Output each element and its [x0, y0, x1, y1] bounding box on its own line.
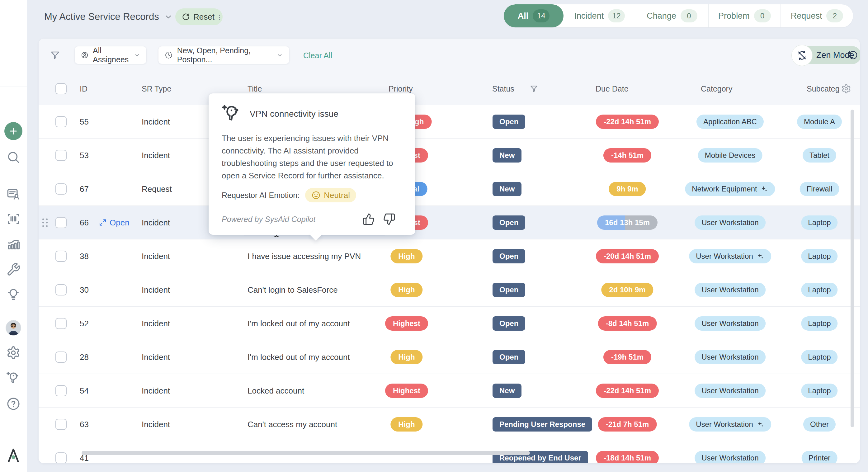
- cell-sr-type: Incident: [142, 117, 170, 126]
- cell-status: Pending User Response: [493, 417, 592, 432]
- tooltip-title: VPN connectivity issue: [250, 109, 338, 119]
- copilot-parrot-icon[interactable]: [6, 371, 21, 385]
- cell-title: Can't access my account: [248, 419, 337, 429]
- subcategory-badge: Tablet: [803, 148, 836, 162]
- table-body: 55IncidentVery HighOpen-22d 14h 51mAppli…: [39, 105, 860, 463]
- search-icon[interactable]: [6, 150, 21, 164]
- row-checkbox[interactable]: [55, 251, 67, 262]
- status-badge: Open: [493, 350, 525, 364]
- column-header-due-date[interactable]: Due Date: [596, 84, 628, 93]
- table-row-67[interactable]: 67RequestNormalNew9h 9mNetwork Equipment…: [39, 172, 860, 206]
- open-record-link[interactable]: Open: [99, 218, 129, 227]
- status-badge: Open: [493, 249, 525, 263]
- refresh-icon: [182, 12, 190, 21]
- user-avatar[interactable]: [6, 320, 21, 336]
- cell-subcategory: Laptop: [801, 350, 837, 364]
- column-header-subcategory[interactable]: Subcategory: [807, 84, 839, 93]
- subcategory-badge: Laptop: [801, 350, 837, 364]
- cell-status: New: [493, 148, 522, 162]
- table-row-66[interactable]: 66IncidentOpenVPN connectivity issueHigh…: [39, 206, 860, 240]
- tab-label: All: [518, 11, 529, 21]
- table-row-53[interactable]: 53IncidentHighestNew-14h 51mMobile Devic…: [39, 138, 860, 172]
- row-checkbox[interactable]: [55, 351, 67, 363]
- column-header-status[interactable]: Status: [492, 84, 514, 93]
- category-badge: User Workstation: [694, 216, 766, 230]
- service-records-icon[interactable]: [6, 187, 21, 201]
- horizontal-scrollbar[interactable]: [82, 451, 530, 455]
- settings-gear-icon[interactable]: [6, 346, 21, 360]
- sync-off-icon: [796, 50, 808, 61]
- cell-status: Open: [493, 316, 525, 331]
- row-checkbox[interactable]: [55, 318, 67, 329]
- table-settings-gear-icon[interactable]: [841, 84, 851, 94]
- row-checkbox[interactable]: [55, 419, 67, 430]
- status-column-filter-icon[interactable]: [529, 84, 538, 93]
- tools-icon[interactable]: [6, 262, 21, 277]
- cell-subcategory: Firewall: [800, 182, 839, 196]
- clear-all-link[interactable]: Clear All: [303, 51, 332, 60]
- more-options-icon[interactable]: [216, 11, 223, 24]
- rotate-ccw-icon[interactable]: [848, 50, 858, 60]
- category-badge: Network Equipment: [685, 182, 775, 196]
- table-row-30[interactable]: 30IncidentCan't login to SalesForceHighO…: [39, 273, 860, 307]
- cell-category: User Workstation: [694, 216, 766, 230]
- thumbs-up-icon[interactable]: [362, 213, 375, 225]
- ideas-lightbulb-icon[interactable]: [6, 287, 21, 302]
- status-badge: New: [493, 148, 522, 162]
- new-record-button[interactable]: [4, 122, 23, 140]
- row-checkbox[interactable]: [55, 452, 67, 464]
- priority-badge: Highest: [385, 316, 428, 331]
- sysaid-logo[interactable]: [5, 447, 22, 463]
- due-date-badge: 9h 9m: [609, 182, 646, 196]
- page-title[interactable]: My Active Service Records: [44, 11, 173, 23]
- cell-category: Network Equipment: [685, 182, 775, 196]
- reset-button[interactable]: Reset: [175, 8, 223, 25]
- row-checkbox[interactable]: [55, 116, 67, 127]
- due-date-badge: -21d 7h 51m: [598, 417, 657, 432]
- priority-badge: Highest: [385, 384, 428, 398]
- cell-due-date: -8d 14h 51m: [598, 316, 657, 331]
- status-filter-dropdown[interactable]: New, Open, Pending, Postpon...: [158, 46, 289, 64]
- table-row-54[interactable]: 54IncidentLocked accountHighestNew-22d 1…: [39, 374, 860, 408]
- row-checkbox[interactable]: [55, 284, 67, 295]
- assignee-filter-dropdown[interactable]: All Assignees: [75, 46, 146, 64]
- table-row-55[interactable]: 55IncidentVery HighOpen-22d 14h 51mAppli…: [39, 105, 860, 138]
- row-checkbox[interactable]: [55, 150, 67, 161]
- table-row-28[interactable]: 28IncidentI'm locked out of my accountHi…: [39, 340, 860, 374]
- tab-label: Incident: [575, 11, 604, 21]
- tab-incident[interactable]: Incident12: [563, 4, 636, 27]
- chevron-down-icon: [134, 51, 140, 59]
- select-all-checkbox[interactable]: [55, 83, 67, 94]
- row-checkbox[interactable]: [55, 183, 67, 195]
- column-header-title[interactable]: Title: [248, 84, 262, 93]
- tab-change[interactable]: Change0: [636, 4, 708, 27]
- analytics-icon[interactable]: [6, 237, 21, 252]
- thumbs-down-icon[interactable]: [383, 213, 395, 225]
- cell-subcategory: Laptop: [801, 249, 837, 263]
- column-header-category[interactable]: Category: [701, 84, 732, 93]
- cell-category: User Workstation: [694, 384, 766, 398]
- table-row-52[interactable]: 52IncidentI'm locked out of my accountHi…: [39, 307, 860, 340]
- row-checkbox[interactable]: [55, 385, 67, 396]
- tab-count-badge: 2: [826, 9, 843, 23]
- help-icon[interactable]: [6, 397, 21, 411]
- filter-icon[interactable]: [50, 50, 60, 60]
- column-header-sr-type[interactable]: SR Type: [142, 84, 171, 93]
- zen-mode-toggle[interactable]: Zen Mode: [793, 46, 860, 64]
- row-checkbox[interactable]: [55, 217, 67, 228]
- cell-sr-type: Incident: [142, 419, 170, 429]
- tab-request[interactable]: Request2: [780, 4, 853, 27]
- due-date-badge: -20d 14h 51m: [596, 249, 659, 263]
- drag-handle[interactable]: [42, 218, 48, 227]
- vertical-scrollbar[interactable]: [850, 109, 854, 427]
- asset-barcode-icon[interactable]: [6, 212, 21, 226]
- column-header-priority[interactable]: Priority: [389, 84, 413, 93]
- tab-all[interactable]: All14: [504, 4, 563, 27]
- tab-problem[interactable]: Problem0: [708, 4, 781, 27]
- cell-id: 52: [80, 318, 89, 328]
- column-header-id[interactable]: ID: [80, 84, 88, 93]
- cell-id: 55: [80, 117, 89, 126]
- tooltip-summary-text: The user is experiencing issues with the…: [222, 132, 408, 182]
- table-row-63[interactable]: 63IncidentCan't access my accountHighPen…: [39, 408, 860, 441]
- table-row-38[interactable]: 38IncidentI have issue accessing my PVNH…: [39, 240, 860, 273]
